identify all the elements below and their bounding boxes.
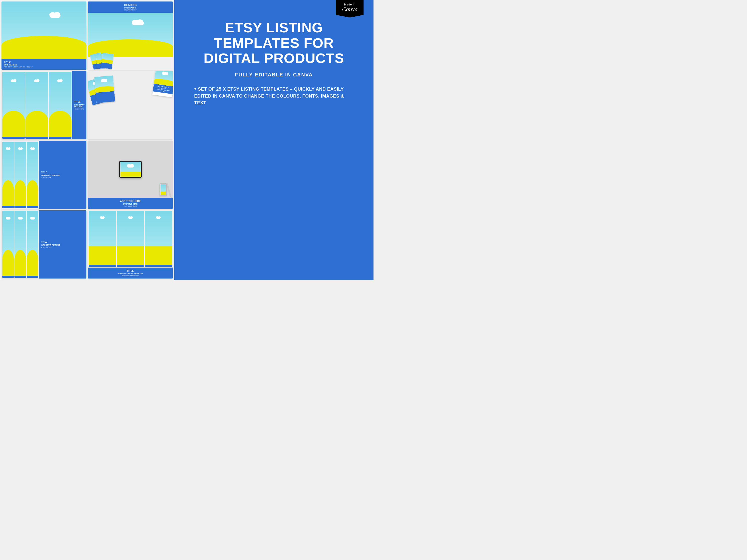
svg-point-53 [158, 216, 161, 218]
card7-feature: IMPORTANT FEATURE [41, 244, 84, 246]
card4-feature: IMPORTANT FEATURE [74, 104, 84, 108]
svg-point-5 [137, 20, 143, 24]
card1-sub: SUB HEADING [4, 64, 84, 66]
card5-title: TITLE [41, 171, 84, 174]
card2-body: SELLING POINTS [91, 9, 170, 11]
svg-point-8 [13, 79, 16, 82]
svg-point-38 [8, 217, 10, 219]
canva-badge: Made in Canva [336, 0, 364, 18]
svg-point-44 [32, 217, 35, 219]
badge-made-in: Made in [339, 3, 361, 6]
badge-canva: Canva [339, 6, 361, 12]
right-panel: Made in Canva ETSY LISTING TEMPLATES FOR… [174, 0, 374, 280]
card4-inclusion: • INCLUSIONS [74, 108, 84, 110]
svg-point-26 [8, 148, 10, 149]
template-card-6[interactable]: ADD TITLE HERE SUB TITLE HERE TEXT GOES … [88, 141, 173, 209]
right-bullet: SET OF 25 X ETSY LISTING TEMPLATES – QUI… [194, 85, 354, 106]
template-card-3[interactable]: TITLE IMPORTANT FEATURE • INCLUSIONS [1, 71, 86, 139]
card1-title: TITLE [4, 61, 84, 63]
card5-inclusion: • INCLUSIONS [41, 177, 84, 179]
card5-feature: IMPORTANT FEATURE [41, 175, 84, 176]
card2-sub: SUB HEADING [91, 7, 170, 9]
card1-body: ADD TEXT ABOUT YOUR PRODUCT [4, 66, 84, 68]
card7-inclusion: • INCLUSIONS [41, 247, 84, 248]
card4-title: TITLE [74, 101, 84, 103]
svg-point-11 [36, 79, 39, 82]
svg-point-32 [32, 148, 35, 149]
left-panel: TITLE SUB HEADING ADD TEXT ABOUT YOUR PR… [0, 0, 174, 280]
card7-title: TITLE [41, 241, 84, 243]
svg-point-14 [60, 79, 63, 82]
svg-point-41 [20, 217, 23, 219]
template-card-1[interactable]: TITLE SUB HEADING ADD TEXT ABOUT YOUR PR… [1, 1, 86, 70]
main-heading: ETSY LISTING TEMPLATES FOR DIGITAL PRODU… [184, 20, 364, 66]
template-card-7[interactable]: TITLE IMPORTANT FEATURE • INCLUSIONS [1, 210, 86, 278]
template-card-8[interactable]: TITLE BENEFIT/FEATURE/SUMMARY INCLUSIONS… [88, 210, 173, 278]
template-card-5[interactable]: TITLE IMPORTANT FEATURE • INCLUSIONS [1, 141, 86, 209]
svg-point-35 [130, 164, 134, 167]
svg-point-29 [20, 148, 23, 149]
card8-title: TITLE [91, 270, 170, 272]
template-card-2[interactable]: HEADING SUB HEADING SELLING POINTS [88, 1, 173, 70]
card2-title: HEADING [91, 3, 170, 6]
card8-sub: BENEFIT/FEATURE/SUMMARY [91, 273, 170, 274]
card6-body: TEXT GOES HERE [91, 205, 170, 207]
card6-sub: SUB TITLE HERE [91, 203, 170, 205]
svg-point-50 [130, 216, 133, 218]
card6-title: ADD TITLE HERE [91, 200, 170, 203]
svg-point-47 [102, 216, 105, 218]
right-subheading: FULLY EDITABLE IN CANVA [235, 72, 313, 78]
card8-body: INCLUSIONS/BENEFITS [91, 275, 170, 276]
template-card-4[interactable]: ADD YOUR TITLE SUB TITLE • MAIN POINTS A… [88, 71, 173, 139]
svg-point-2 [54, 12, 60, 17]
